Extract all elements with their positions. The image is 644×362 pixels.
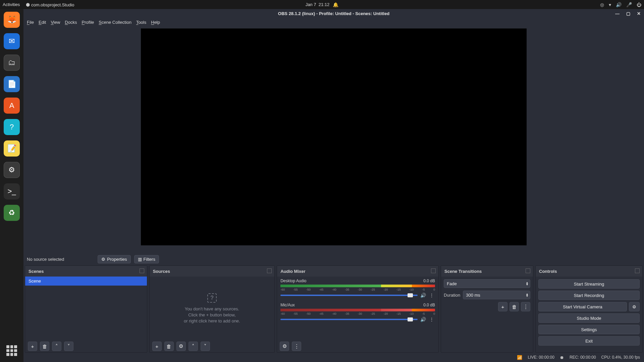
window-minimize[interactable]: — <box>614 10 621 17</box>
properties-button[interactable]: ⚙Properties <box>98 255 130 263</box>
volume-slider[interactable] <box>280 319 418 320</box>
dock-firefox[interactable]: 🦊 <box>4 12 20 28</box>
gear-icon: ⚙ <box>101 257 105 262</box>
start-streaming-button[interactable]: Start Streaming <box>538 279 640 289</box>
exit-button[interactable]: Exit <box>538 336 640 346</box>
obs-logo-icon: ⬢ <box>26 2 30 7</box>
activities-button[interactable]: Activities <box>3 2 20 7</box>
remove-source-button[interactable]: 🗑 <box>164 342 174 351</box>
notification-icon[interactable]: 🔔 <box>333 2 338 7</box>
track-level: 0.0 dB <box>423 279 435 283</box>
current-app[interactable]: ⬢ com.obsproject.Studio <box>26 2 74 7</box>
start-virtual-camera-button[interactable]: Start Virtual Camera <box>538 302 627 311</box>
screencast-icon[interactable]: ◎ <box>600 2 604 7</box>
menu-view[interactable]: View <box>51 20 60 25</box>
remove-scene-button[interactable]: 🗑 <box>40 342 49 351</box>
dock-thunderbird[interactable]: ✉ <box>4 33 20 49</box>
dock-help[interactable]: ? <box>4 119 20 135</box>
menubar: File Edit View Docks Profile Scene Colle… <box>23 18 644 26</box>
track-menu-icon[interactable]: ⋮ <box>428 317 435 322</box>
audio-mixer-panel: Audio Mixer Desktop Audio0.0 dB -60-55-5… <box>277 265 439 353</box>
speaker-icon[interactable]: 🔊 <box>420 317 426 322</box>
chevron-updown-icon: ▴▾ <box>526 282 528 286</box>
show-applications[interactable] <box>6 345 17 356</box>
duration-label: Duration <box>444 293 460 298</box>
controls-panel: Controls Start Streaming Start Recording… <box>535 265 643 353</box>
volume-slider[interactable] <box>280 295 418 296</box>
speaker-icon[interactable]: 🔊 <box>420 293 426 298</box>
menu-edit[interactable]: Edit <box>39 20 46 25</box>
cpu-status: CPU: 0.4%, 30.00 fps <box>601 355 640 360</box>
vu-meter <box>280 309 435 311</box>
popout-icon[interactable] <box>635 268 640 273</box>
menu-scene-collection[interactable]: Scene Collection <box>99 20 131 25</box>
menu-help[interactable]: Help <box>151 20 160 25</box>
add-transition-button[interactable]: + <box>498 302 507 311</box>
meter-ticks: -60-55-50-45-40-35-30-25-20-15-10-50 <box>280 311 435 316</box>
dock-software[interactable]: A <box>4 98 20 114</box>
dock-writer[interactable]: 📄 <box>4 76 20 92</box>
settings-button[interactable]: Settings <box>538 325 640 334</box>
volume-icon[interactable]: 🔊 <box>616 2 622 7</box>
source-settings-button[interactable]: ⚙ <box>176 342 186 351</box>
dock-settings[interactable]: ⚙ <box>4 162 20 178</box>
duration-input[interactable]: 300 ms▴▾ <box>463 291 530 299</box>
empty-text: or right click here to add one. <box>184 318 240 323</box>
start-recording-button[interactable]: Start Recording <box>538 291 640 300</box>
source-toolbar: No source selected ⚙Properties ▥Filters <box>23 253 644 265</box>
menu-docks[interactable]: Docks <box>65 20 77 25</box>
popout-icon[interactable] <box>140 268 144 273</box>
date-label[interactable]: Jan 7 21:12 <box>306 2 330 7</box>
move-source-down-button[interactable]: ˅ <box>201 342 210 351</box>
dock-text-editor[interactable]: 📝 <box>4 140 20 157</box>
menu-file[interactable]: File <box>27 20 34 25</box>
scenes-panel: Scenes Scene + 🗑 ˄ ˅ <box>25 265 147 353</box>
empty-text: You don't have any sources. <box>185 306 239 311</box>
transition-menu-button[interactable]: ⋮ <box>521 302 530 311</box>
mixer-track: Desktop Audio0.0 dB -60-55-50-45-40-35-3… <box>277 277 438 301</box>
filters-icon: ▥ <box>138 257 142 262</box>
move-scene-down-button[interactable]: ˅ <box>64 342 73 351</box>
wifi-icon[interactable]: ▾ <box>609 2 611 7</box>
mic-icon[interactable]: 🎤 <box>626 2 632 7</box>
virtual-camera-settings-button[interactable]: ⚙ <box>629 302 640 311</box>
transitions-panel: Scene Transitions Fade▴▾ Duration 300 ms… <box>441 265 533 353</box>
add-source-button[interactable]: + <box>152 342 162 351</box>
mixer-menu-button[interactable]: ⋮ <box>292 342 301 351</box>
dock-trash[interactable]: ♻ <box>4 205 20 221</box>
preview-canvas[interactable] <box>141 28 527 245</box>
sources-empty-state[interactable]: ? You don't have any sources. Click the … <box>150 277 275 340</box>
controls-header: Controls <box>536 266 642 277</box>
empty-text: Click the + button below, <box>188 312 235 317</box>
advanced-audio-button[interactable]: ⚙ <box>280 342 289 351</box>
rec-status: REC: 00:00:00 <box>570 355 596 360</box>
studio-mode-button[interactable]: Studio Mode <box>538 313 640 323</box>
spinner-icon: ▴▾ <box>526 293 528 297</box>
menu-tools[interactable]: Tools <box>136 20 146 25</box>
window-close[interactable]: ✕ <box>636 10 642 17</box>
sources-header: Sources <box>150 266 275 277</box>
remove-transition-button[interactable]: 🗑 <box>509 302 519 311</box>
menu-profile[interactable]: Profile <box>82 20 94 25</box>
scene-item[interactable]: Scene <box>25 277 147 286</box>
track-name: Mic/Aux <box>280 303 295 307</box>
meter-ticks: -60-55-50-45-40-35-30-25-20-15-10-50 <box>280 287 435 292</box>
track-menu-icon[interactable]: ⋮ <box>428 293 435 298</box>
power-icon[interactable]: ⏻ <box>637 2 641 7</box>
popout-icon[interactable] <box>526 268 530 273</box>
mixer-track: Mic/Aux0.0 dB -60-55-50-45-40-35-30-25-2… <box>277 301 438 325</box>
transition-select[interactable]: Fade▴▾ <box>444 279 530 288</box>
gear-icon: ⚙ <box>632 304 636 309</box>
dock-files[interactable]: 🗂 <box>4 55 20 71</box>
window-maximize[interactable]: ▢ <box>625 10 632 17</box>
filters-button[interactable]: ▥Filters <box>134 255 159 263</box>
sources-panel: Sources ? You don't have any sources. Cl… <box>149 265 275 353</box>
add-scene-button[interactable]: + <box>28 342 37 351</box>
mixer-header: Audio Mixer <box>277 266 438 277</box>
move-source-up-button[interactable]: ˄ <box>189 342 198 351</box>
popout-icon[interactable] <box>431 268 436 273</box>
move-scene-up-button[interactable]: ˄ <box>52 342 61 351</box>
popout-icon[interactable] <box>267 268 272 273</box>
gnome-topbar: Activities ⬢ com.obsproject.Studio Jan 7… <box>0 0 644 9</box>
dock-terminal[interactable]: >_ <box>4 183 20 199</box>
